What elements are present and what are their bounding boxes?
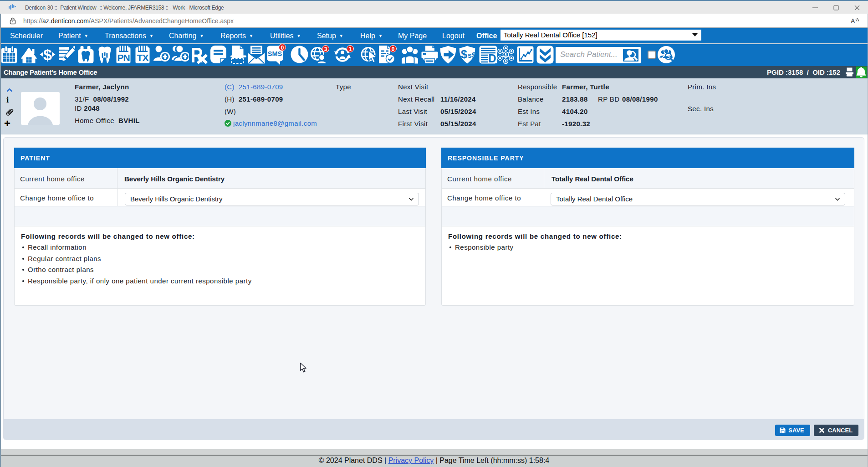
svg-text:$: $ bbox=[43, 46, 52, 63]
svg-text:s$: s$ bbox=[468, 51, 475, 59]
svg-text:$: $ bbox=[461, 48, 467, 61]
svg-text:D: D bbox=[488, 51, 496, 64]
svg-text:SMS: SMS bbox=[268, 50, 282, 57]
svg-text:TX: TX bbox=[137, 52, 148, 63]
svg-text:A: A bbox=[851, 17, 855, 25]
svg-text:PN: PN bbox=[117, 52, 129, 63]
